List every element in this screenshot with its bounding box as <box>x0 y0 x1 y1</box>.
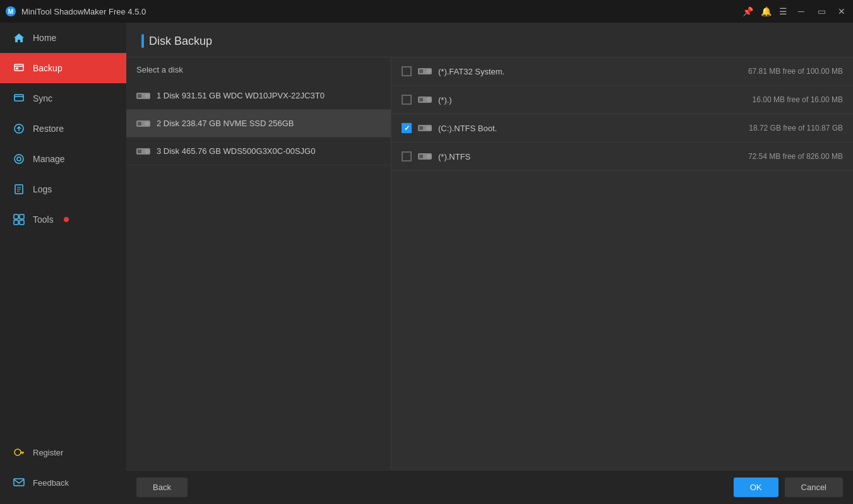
sidebar-item-tools[interactable]: Tools <box>0 204 126 235</box>
svg-point-44 <box>428 99 429 100</box>
sidebar-item-backup-label: Backup <box>33 63 63 73</box>
partition-size-4: 72.54 MB free of 826.00 MB <box>748 152 843 161</box>
back-button[interactable]: Back <box>136 478 188 497</box>
disk-drive-icon-2 <box>136 119 150 128</box>
disk-item-2-label: 2 Disk 238.47 GB NVME SSD 256GB <box>157 119 294 128</box>
footer-left: Back <box>126 478 188 497</box>
sidebar-item-manage-label: Manage <box>33 154 65 164</box>
partition-panel: (*).FAT32 System. 67.81 MB free of 100.0… <box>391 57 853 470</box>
app-body: Home Backup <box>0 23 853 504</box>
tools-icon <box>13 213 25 226</box>
sidebar-item-backup[interactable]: Backup <box>0 53 126 83</box>
svg-point-36 <box>146 151 148 152</box>
partition-checkbox-2[interactable] <box>402 95 412 105</box>
sidebar-item-restore-label: Restore <box>33 124 64 134</box>
pin-icon[interactable]: 📌 <box>743 6 753 16</box>
partition-item-2[interactable]: (*).) 16.00 MB free of 16.00 MB <box>391 86 853 114</box>
home-icon <box>13 32 25 44</box>
partition-item-3[interactable]: (C:).NTFS Boot. 18.72 GB free of 110.87 … <box>391 114 853 143</box>
sidebar-bottom: Register Feedback <box>0 437 126 504</box>
ok-button[interactable]: OK <box>734 478 778 497</box>
partition-size-2: 16.00 MB free of 16.00 MB <box>753 95 843 104</box>
restore-icon <box>13 122 25 135</box>
cancel-button[interactable]: Cancel <box>785 478 843 497</box>
sidebar-item-logs-label: Logs <box>33 184 52 194</box>
svg-point-40 <box>428 71 429 72</box>
partition-checkbox-3[interactable] <box>402 123 412 133</box>
titlebar-left: M MiniTool ShadowMaker Free 4.5.0 <box>5 6 146 17</box>
logs-icon <box>13 183 25 196</box>
titlebar-controls: 📌 🔔 ☰ ─ ▭ ✕ <box>743 5 848 18</box>
partition-drive-icon-4 <box>418 152 432 161</box>
page-title-accent <box>141 34 144 48</box>
svg-rect-38 <box>419 69 423 73</box>
partition-checkbox-1[interactable] <box>402 66 412 76</box>
sidebar-item-feedback-label: Feedback <box>33 478 69 488</box>
disk-list-header: Select a disk <box>126 57 391 82</box>
svg-marker-2 <box>14 33 24 42</box>
sidebar-item-register-label: Register <box>33 448 63 457</box>
sidebar: Home Backup <box>0 23 126 504</box>
sidebar-item-tools-label: Tools <box>33 214 54 225</box>
svg-rect-50 <box>419 155 423 158</box>
app-logo-icon: M <box>5 6 16 17</box>
partition-size-3: 18.72 GB free of 110.87 GB <box>749 124 843 132</box>
partition-drive-icon-3 <box>418 124 432 132</box>
svg-rect-24 <box>14 479 24 486</box>
partition-label-3: (C:).NTFS Boot. <box>438 124 743 133</box>
restore-button[interactable]: ▭ <box>815 5 828 18</box>
disk-item-3[interactable]: 3 Disk 465.76 GB WDS500G3X0C-00SJG0 <box>126 138 391 165</box>
partition-list: (*).FAT32 System. 67.81 MB free of 100.0… <box>391 57 853 470</box>
sidebar-item-manage[interactable]: Manage <box>0 144 126 174</box>
sidebar-item-feedback[interactable]: Feedback <box>0 467 126 498</box>
svg-rect-26 <box>138 94 141 98</box>
app-title: MiniTool ShadowMaker Free 4.5.0 <box>21 7 146 16</box>
sidebar-item-sync-label: Sync <box>33 93 52 103</box>
disk-item-1-label: 1 Disk 931.51 GB WDC WD10JPVX-22JC3T0 <box>157 91 325 100</box>
svg-point-10 <box>17 157 21 161</box>
svg-rect-16 <box>14 214 18 219</box>
disk-panels: Select a disk <box>126 57 853 470</box>
sidebar-item-home-label: Home <box>33 33 56 43</box>
partition-item-4[interactable]: (*).NTFS 72.54 MB free of 826.00 MB <box>391 143 853 171</box>
sidebar-item-register[interactable]: Register <box>0 437 126 467</box>
sync-icon <box>13 92 25 105</box>
disk-item-2[interactable]: 2 Disk 238.47 GB NVME SSD 256GB <box>126 110 391 138</box>
svg-point-52 <box>428 156 429 157</box>
partition-checkbox-4[interactable] <box>402 151 412 161</box>
sidebar-item-sync[interactable]: Sync <box>0 83 126 114</box>
partition-label-4: (*).NTFS <box>438 152 742 161</box>
svg-point-48 <box>428 127 429 129</box>
sidebar-item-home[interactable]: Home <box>0 23 126 53</box>
svg-rect-5 <box>16 67 18 69</box>
key-icon <box>13 446 25 459</box>
notification-icon[interactable]: 🔔 <box>761 6 772 16</box>
partition-label-1: (*).FAT32 System. <box>438 67 742 76</box>
backup-icon <box>13 62 25 74</box>
close-button[interactable]: ✕ <box>835 5 848 18</box>
partition-label-2: (*).) <box>438 95 746 105</box>
footer-right: OK Cancel <box>734 478 843 497</box>
svg-rect-42 <box>419 98 423 102</box>
tools-badge <box>64 217 69 222</box>
partition-item-1[interactable]: (*).FAT32 System. 67.81 MB free of 100.0… <box>391 57 853 86</box>
svg-rect-46 <box>419 126 423 130</box>
disk-backup-body: Select a disk <box>126 57 853 504</box>
feedback-icon <box>13 476 25 489</box>
sidebar-item-logs[interactable]: Logs <box>0 174 126 204</box>
sidebar-item-restore[interactable]: Restore <box>0 114 126 144</box>
svg-rect-17 <box>20 214 24 219</box>
svg-point-20 <box>15 449 21 455</box>
footer: Back OK Cancel <box>126 470 853 504</box>
partition-drive-icon-1 <box>418 67 432 76</box>
svg-rect-18 <box>14 220 18 225</box>
disk-drive-icon-1 <box>136 91 150 100</box>
minimize-button[interactable]: ─ <box>795 5 808 18</box>
menu-icon[interactable]: ☰ <box>779 6 787 16</box>
sidebar-nav: Home Backup <box>0 23 126 437</box>
svg-rect-6 <box>15 95 23 101</box>
disk-item-1[interactable]: 1 Disk 931.51 GB WDC WD10JPVX-22JC3T0 <box>126 82 391 110</box>
page-title: Disk Backup <box>149 35 212 48</box>
svg-point-32 <box>146 123 148 124</box>
svg-point-11 <box>15 155 23 163</box>
